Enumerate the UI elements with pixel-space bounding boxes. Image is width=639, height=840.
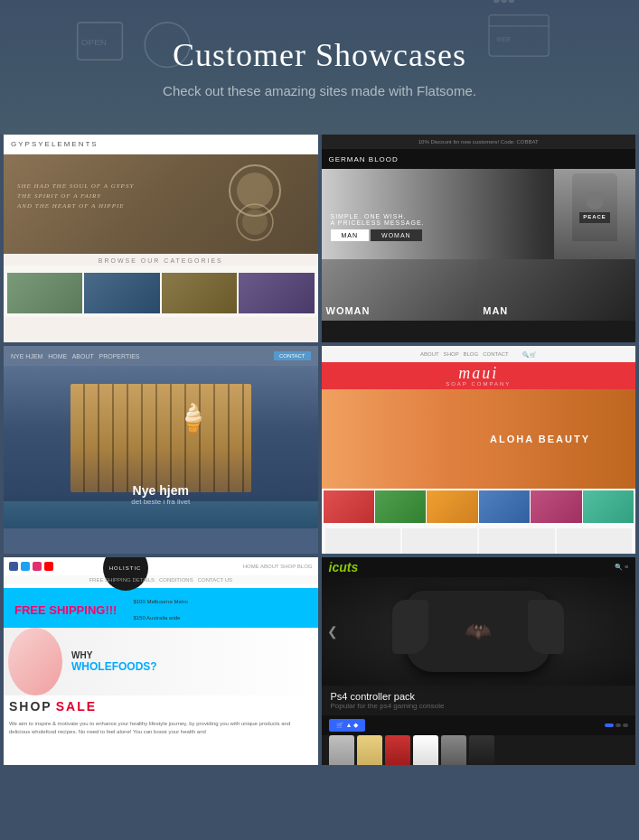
icuts-phone-colors	[322, 735, 636, 765]
why-text: WHY	[71, 650, 92, 660]
page-title: Customer Showcases	[18, 36, 621, 74]
icuts-prev-btn[interactable]: ❮	[327, 624, 338, 639]
strawberry-image	[8, 628, 62, 695]
twitter-icon	[21, 562, 30, 571]
shipping-detail1: $100 Melbourne Metro	[127, 595, 193, 608]
phone-graphite	[441, 735, 466, 765]
instagram-icon	[33, 562, 42, 571]
icuts-nav-icons: 🔍 ≡	[615, 564, 628, 571]
maui-nav-links: ABOUT SHOP BLOG CONTACT	[420, 351, 509, 357]
german-bottom-woman: WOMAN	[326, 305, 371, 316]
sale-text: SALE	[56, 699, 97, 714]
gypsy-hero-text: SHE HAD THE SOUL OF A GYPSY THE SPIRIT O…	[17, 182, 134, 212]
showcase-icuts[interactable]: icuts 🔍 ≡ ❮ Ps4 controller pack Popular …	[322, 557, 636, 765]
ps4-controller	[406, 591, 550, 672]
svg-point-10	[237, 173, 273, 209]
icuts-logo: icuts	[329, 560, 359, 574]
showcase-german-blood[interactable]: 10% Discount for new customers! Code: CO…	[322, 135, 636, 342]
german-bottom-man: MAN	[483, 305, 508, 316]
german-nav-logo: GERMAN BLOOD	[329, 155, 399, 163]
phone-red	[385, 735, 410, 765]
phone-silver	[329, 735, 354, 765]
page-header: Customer Showcases Check out these amazi…	[0, 0, 639, 126]
maui-logo: maui	[458, 365, 498, 381]
icuts-indicator-active	[605, 723, 614, 727]
wholefoods-sub-nav: FREE SHIPPING DETAILS CONDITIONS CONTACT…	[4, 575, 318, 584]
showcase-gypsy-elements[interactable]: GYPSYELEMENTS SHE HAD THE SOUL OF A GYPS…	[4, 135, 318, 342]
phone-black	[469, 735, 494, 765]
icuts-indicator	[616, 723, 621, 727]
wholefoods-logo: HOLISTIC	[103, 557, 148, 591]
gypsy-nav-logo: GYPSYELEMENTS	[11, 140, 99, 148]
page-subtitle: Check out these amazing sites made with …	[18, 83, 621, 98]
icuts-bottom-bar: 🛒 ▲ ◆	[322, 715, 636, 735]
nye-nav: NYE HJEM HOME ABOUT PROPERTIES	[11, 353, 140, 359]
phone-gold	[357, 735, 382, 765]
shop-text: SHOP	[9, 699, 52, 714]
wholefoods-nav: HOME ABOUT SHOP BLOG	[243, 564, 313, 569]
man-button[interactable]: MAN	[331, 229, 370, 241]
showcase-grid: GYPSYELEMENTS SHE HAD THE SOUL OF A GYPS…	[0, 135, 639, 769]
nye-ice-icon: 🍦	[176, 402, 210, 434]
svg-point-12	[242, 210, 268, 235]
shipping-detail2: $150 Australia wide	[127, 611, 193, 624]
facebook-icon	[9, 562, 18, 571]
phone-white	[413, 735, 438, 765]
showcase-maui[interactable]: ABOUT SHOP BLOG CONTACT 🔍 🛒 maui SOAP CO…	[322, 346, 636, 554]
icuts-cart-btn[interactable]: 🛒 ▲ ◆	[329, 719, 366, 732]
german-banner: 10% Discount for new customers! Code: CO…	[418, 139, 539, 145]
icuts-indicator	[623, 723, 628, 727]
icuts-product-info: Ps4 controller pack Popular for the ps4 …	[322, 686, 636, 715]
product-name: Ps4 controller pack	[331, 691, 627, 702]
showcase-nye-hjem[interactable]: NYE HJEM HOME ABOUT PROPERTIES CONTACT 🍦…	[4, 346, 318, 554]
nye-title: Nye hjem	[131, 483, 190, 498]
social-icons	[9, 562, 53, 571]
wholefoods-text: WHOLEFOODS?	[71, 660, 314, 673]
product-desc: Popular for the ps4 gaming console	[331, 702, 627, 710]
nye-contact-btn[interactable]: CONTACT	[274, 351, 311, 360]
free-shipping-text: FREE SHIPPING!!!	[9, 600, 122, 621]
youtube-icon	[44, 562, 53, 571]
nye-subtitle: det beste i fra livet	[131, 498, 190, 506]
maui-tagline: SOAP COMPANY	[446, 381, 511, 387]
maui-hero-text: ALOHA BEAUTY	[490, 434, 590, 444]
showcase-wholefoods[interactable]: HOLISTIC HOME ABOUT SHOP BLOG FREE SHIPP…	[4, 557, 318, 765]
wholefoods-body: We aim to inspire & motivate you to enha…	[4, 717, 318, 739]
woman-button[interactable]: WOMAN	[371, 229, 422, 241]
